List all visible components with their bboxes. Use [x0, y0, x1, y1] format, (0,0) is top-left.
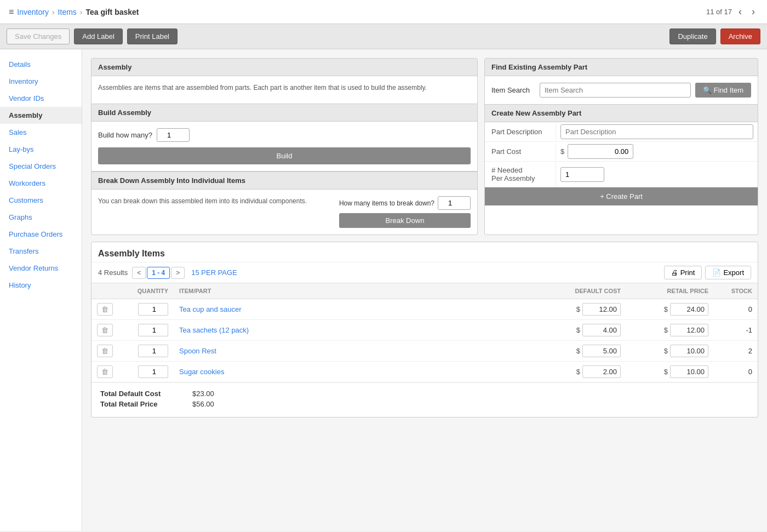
qty-input-1[interactable]: [138, 324, 168, 336]
current-page-button[interactable]: 1 - 4: [147, 267, 170, 279]
qty-cell-2: [119, 341, 174, 362]
retail-value-0: 24.00: [670, 303, 708, 316]
item-search-input[interactable]: [540, 83, 691, 98]
retail-dollar-3: $: [664, 368, 668, 376]
sidebar-item-customers[interactable]: Customers: [0, 192, 82, 209]
build-section: Build Assembly Build how many? Build: [91, 104, 477, 171]
find-panel-header: Find Existing Assembly Part: [485, 59, 758, 76]
build-how-many-input[interactable]: [157, 128, 190, 142]
menu-icon: ≡: [9, 7, 14, 17]
sidebar-item-sales[interactable]: Sales: [0, 124, 82, 141]
retail-value-3: 10.00: [670, 365, 708, 378]
prev-nav-button[interactable]: ‹: [735, 5, 745, 19]
table-row: 🗑 Sugar cookies $ 2.00 $ 10.00: [91, 362, 758, 382]
top-panel-row: Assembly Assemblies are items that are a…: [91, 58, 758, 235]
breadcrumb-items[interactable]: Items: [58, 8, 77, 16]
total-retail-price-value: $56.00: [192, 400, 214, 408]
duplicate-button[interactable]: Duplicate: [669, 28, 716, 44]
delete-row-button-0[interactable]: 🗑: [97, 303, 113, 316]
delete-row-button-1[interactable]: 🗑: [97, 324, 113, 336]
qty-input-0[interactable]: [138, 303, 168, 316]
part-cost-input[interactable]: [568, 144, 633, 159]
cost-cell-3: $ 2.00: [539, 362, 626, 382]
sidebar-item-vendor-returns[interactable]: Vendor Returns: [0, 260, 82, 277]
dollar-sign: $: [560, 147, 564, 156]
create-part-button[interactable]: + Create Part: [485, 187, 758, 205]
create-header: Create New Assembly Part: [485, 105, 758, 122]
part-description-value: [556, 122, 758, 141]
total-retail-price-row: Total Retail Price $56.00: [100, 400, 749, 408]
right-panel: Find Existing Assembly Part Item Search …: [484, 58, 758, 235]
find-section-title: Find Existing Assembly Part: [491, 63, 587, 71]
sidebar-item-details[interactable]: Details: [0, 56, 82, 73]
cost-dollar-0: $: [576, 305, 580, 313]
find-item-button[interactable]: 🔍 Find Item: [695, 83, 751, 98]
breadcrumb-sep-2: ›: [80, 8, 83, 16]
per-page-selector[interactable]: 15 PER PAGE: [191, 268, 237, 277]
stock-cell-0: 0: [714, 299, 758, 320]
next-page-button[interactable]: >: [171, 267, 185, 279]
retail-value-2: 10.00: [670, 345, 708, 357]
breadcrumb-current: Tea gift basket: [86, 8, 139, 16]
save-changes-button[interactable]: Save Changes: [7, 28, 70, 44]
next-nav-button[interactable]: ›: [748, 5, 758, 19]
item-link-1[interactable]: Tea sachets (12 pack): [179, 326, 249, 334]
sidebar-item-graphs[interactable]: Graphs: [0, 209, 82, 226]
sidebar: Details Inventory Vendor IDs Assembly Sa…: [0, 49, 82, 531]
name-cell-0: Tea cup and saucer: [174, 299, 539, 320]
breadcrumb-sep-1: ›: [52, 8, 55, 16]
archive-button[interactable]: Archive: [720, 28, 760, 44]
sidebar-item-assembly[interactable]: Assembly: [0, 107, 82, 124]
breakdown-description: You can break down this assembled item i…: [98, 196, 328, 206]
add-label-button[interactable]: Add Label: [74, 28, 123, 44]
sidebar-item-history[interactable]: History: [0, 277, 82, 294]
stock-cell-2: 2: [714, 341, 758, 362]
prev-page-button[interactable]: <: [132, 267, 146, 279]
breakdown-how-many-input[interactable]: [438, 196, 471, 210]
cost-cell-0: $ 12.00: [539, 299, 626, 320]
find-row: Item Search 🔍 Find Item: [491, 83, 751, 98]
part-description-input[interactable]: [560, 124, 753, 139]
breadcrumb-inventory[interactable]: Inventory: [17, 8, 49, 16]
item-link-2[interactable]: Spoon Rest: [179, 347, 216, 355]
create-part-description-row: Part Description: [485, 122, 758, 142]
th-quantity: QUANTITY: [119, 283, 174, 299]
sidebar-item-inventory[interactable]: Inventory: [0, 73, 82, 90]
results-count: 4 Results: [98, 268, 128, 277]
assembly-description: Assemblies are items that are assembled …: [98, 83, 471, 93]
delete-row-button-2[interactable]: 🗑: [97, 345, 113, 357]
item-link-0[interactable]: Tea cup and saucer: [179, 305, 241, 313]
sidebar-item-transfers[interactable]: Transfers: [0, 243, 82, 260]
sidebar-item-special-orders[interactable]: Special Orders: [0, 158, 82, 175]
export-label: Export: [723, 268, 744, 277]
item-link-3[interactable]: Sugar cookies: [179, 368, 224, 376]
sidebar-item-workorders[interactable]: Workorders: [0, 175, 82, 192]
stock-cell-1: -1: [714, 320, 758, 341]
sidebar-item-vendor-ids[interactable]: Vendor IDs: [0, 90, 82, 107]
table-actions: 🖨 Print 📄 Export: [664, 266, 751, 279]
find-section: Item Search 🔍 Find Item: [485, 76, 758, 104]
sidebar-item-laybys[interactable]: Lay-bys: [0, 141, 82, 158]
build-button[interactable]: Build: [98, 147, 471, 164]
qty-input-3[interactable]: [138, 365, 168, 378]
export-button[interactable]: 📄 Export: [705, 266, 751, 279]
stock-value-1: -1: [746, 326, 752, 334]
create-section: Create New Assembly Part Part Descriptio…: [485, 104, 758, 205]
qty-cell-0: [119, 299, 174, 320]
retail-cell-0: $ 24.00: [626, 299, 714, 320]
breakdown-button[interactable]: Break Down: [339, 213, 471, 228]
qty-input-2[interactable]: [138, 345, 168, 357]
delete-row-button-3[interactable]: 🗑: [97, 365, 113, 378]
top-nav: ≡ Inventory › Items › Tea gift basket 11…: [0, 0, 767, 24]
qty-cell-3: [119, 362, 174, 382]
assembly-items-title: Assembly Items: [91, 242, 758, 262]
total-retail-price-label: Total Retail Price: [100, 400, 188, 408]
print-label-button[interactable]: Print Label: [127, 28, 178, 44]
print-button[interactable]: 🖨 Print: [664, 266, 702, 279]
table-header-row: QUANTITY ITEM/PART DEFAULT COST RETAIL P…: [91, 283, 758, 299]
assembly-panel-header: Assembly: [91, 59, 477, 76]
sidebar-item-purchase-orders[interactable]: Purchase Orders: [0, 226, 82, 243]
part-cost-value: $: [556, 142, 758, 161]
th-default-cost: DEFAULT COST: [539, 283, 626, 299]
needed-per-assembly-input[interactable]: [560, 167, 604, 182]
